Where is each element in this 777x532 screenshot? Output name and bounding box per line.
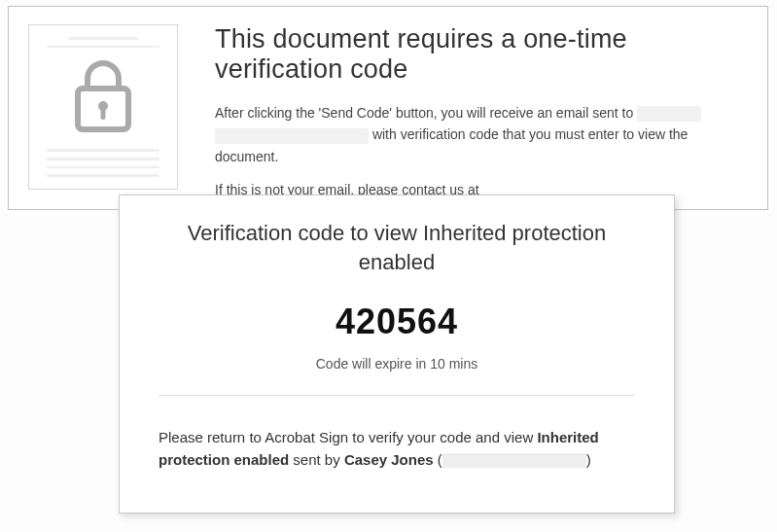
verification-email-card: Verification code to view Inherited prot… — [119, 195, 675, 514]
lock-icon — [68, 59, 138, 137]
verification-panel: This document requires a one-time verifi… — [8, 6, 768, 210]
sender-name: Casey Jones — [344, 451, 434, 468]
instruction-part-a: After clicking the 'Send Code' button, y… — [215, 105, 637, 121]
divider — [159, 395, 635, 396]
close-paren: ) — [586, 451, 591, 468]
sent-by-label: sent by — [289, 451, 344, 468]
return-text-a: Please return to Acrobat Sign to verify … — [159, 429, 537, 445]
instruction-text-1: After clicking the 'Send Code' button, y… — [215, 102, 744, 167]
redacted-email-part-1 — [637, 106, 701, 122]
email-title: Verification code to view Inherited prot… — [159, 219, 635, 276]
open-paren: ( — [434, 451, 442, 468]
verification-code: 420564 — [159, 301, 635, 342]
expiration-text: Code will expire in 10 mins — [159, 356, 635, 372]
svg-rect-2 — [101, 108, 106, 120]
page-title: This document requires a one-time verifi… — [215, 24, 744, 85]
redacted-sender-email — [442, 453, 586, 468]
redacted-email-part-2 — [215, 128, 369, 144]
return-instruction: Please return to Acrobat Sign to verify … — [159, 427, 635, 471]
verification-content: This document requires a one-time verifi… — [215, 24, 744, 192]
document-thumbnail — [28, 24, 178, 190]
